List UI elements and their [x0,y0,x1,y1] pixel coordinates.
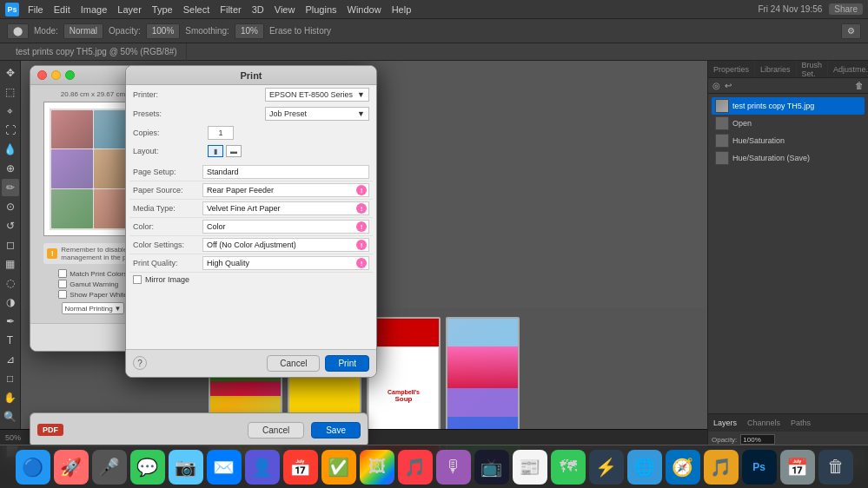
brush-tool[interactable]: ✏ [2,179,19,196]
printing-mode-select[interactable]: Normal Printing ▼ [62,302,123,314]
system-copies-input[interactable]: 1 [208,126,234,140]
dock-photos[interactable]: 🖼 [360,450,394,485]
dock-reminders[interactable]: ✅ [321,450,356,485]
system-presets-value[interactable]: Job Preset ▼ [265,107,369,121]
crop-tool[interactable]: ⛶ [2,122,19,139]
menu-items[interactable]: File Edit Image Layer Type Select Filter… [28,4,411,15]
toolbar-settings[interactable]: ⚙ [841,23,861,39]
smoothing-value[interactable]: 10% [235,23,264,39]
channels-tab[interactable]: Channels [742,414,785,432]
paper-white-checkbox[interactable] [58,290,67,299]
hand-tool[interactable]: ✋ [2,389,19,406]
menu-select[interactable]: Select [183,4,210,15]
select-tool[interactable]: ⬚ [2,83,19,101]
dock-messages[interactable]: 💬 [130,450,165,485]
delete-history-icon[interactable]: 🗑 [854,80,865,91]
new-snapshot-icon[interactable]: ◎ [712,80,721,91]
system-printer-value[interactable]: EPSON ET-8500 Series ▼ [265,88,369,102]
dock-facetime[interactable]: 📷 [169,450,203,485]
maximize-button[interactable] [65,70,75,80]
dock-chrome[interactable]: 🌐 [627,450,662,485]
history-item-2[interactable]: Hue/Saturation [712,132,865,149]
dock-shortcuts[interactable]: ⚡ [589,450,624,485]
menu-edit[interactable]: Edit [54,4,70,15]
system-media-value[interactable]: Velvet Fine Art Paper ! [202,201,369,215]
dock-trash[interactable]: 🗑 [818,450,853,485]
paths-tab[interactable]: Paths [785,414,816,432]
dock-podcasts[interactable]: 🎙 [436,450,471,485]
dock-news[interactable]: 📰 [513,450,547,485]
eyedropper-tool[interactable]: 💧 [2,141,19,158]
landscape-layout-icon[interactable]: ▬ [226,145,242,157]
dock-launchpad[interactable]: 🚀 [54,450,89,485]
libraries-tab[interactable]: Libraries [755,61,797,77]
eraser-tool[interactable]: ◻ [2,236,19,254]
history-item-3[interactable]: Hue/Saturation (Save) [712,149,865,167]
text-tool[interactable]: T [2,332,19,349]
menu-image[interactable]: Image [81,4,108,15]
menu-type[interactable]: Type [152,4,173,15]
minimize-button[interactable] [51,70,61,80]
paper-white-check[interactable]: Show Paper White [58,290,127,299]
system-color-settings-value[interactable]: Off (No Color Adjustment) ! [202,238,369,252]
dock-photoshop[interactable]: Ps [742,450,777,485]
match-colors-checkbox[interactable] [58,269,67,278]
dock-tv[interactable]: 📺 [474,450,509,485]
portrait-layout-icon[interactable]: ▮ [208,145,223,157]
gamut-warning-check[interactable]: Gamut Warning [58,280,127,288]
system-mirror-checkbox[interactable] [133,275,142,284]
dock-safari[interactable]: 🧭 [666,450,700,485]
menu-view[interactable]: View [275,4,295,15]
dock-contacts[interactable]: 👤 [245,450,280,485]
lasso-tool[interactable]: ⌖ [2,102,19,120]
history-back-icon[interactable]: ↩ [724,80,732,91]
system-print-button[interactable]: Print [325,355,369,372]
zoom-tool[interactable]: 🔍 [2,408,19,425]
adjustments-tab[interactable]: Adjustme. [828,61,868,77]
dock-calendar[interactable]: 📅 [283,450,318,485]
heal-tool[interactable]: ⊕ [2,160,19,177]
menu-window[interactable]: Window [348,4,381,15]
dock-music[interactable]: 🎵 [398,450,433,485]
system-page-setup-value[interactable]: Standard [202,165,369,179]
shape-tool[interactable]: □ [2,370,19,387]
match-colors-check[interactable]: Match Print Colors [58,269,127,278]
menu-filter[interactable]: Filter [220,4,241,15]
blur-tool[interactable]: ◌ [2,274,19,292]
pdf-cancel-button[interactable]: Cancel [248,422,304,439]
system-color-value[interactable]: Color ! [202,220,369,234]
dock-calendar-2[interactable]: 📅 [780,450,815,485]
move-tool[interactable]: ✥ [2,64,19,82]
history-item-1[interactable]: Open [712,115,865,132]
dock-mail[interactable]: ✉️ [207,450,242,485]
printing-mode-dropdown[interactable]: Normal Printing ▼ [62,302,123,314]
pdf-save-button[interactable]: Save [311,422,361,439]
file-tab[interactable]: test prints copy TH5.jpg @ 50% (RGB/8#) [7,43,187,61]
system-print-quality-value[interactable]: High Quality ! [202,256,369,270]
dock-finder[interactable]: 🔵 [16,450,50,485]
gradient-tool[interactable]: ▦ [2,255,19,273]
menu-file[interactable]: File [28,4,43,15]
clone-tool[interactable]: ⊙ [2,198,19,215]
path-tool[interactable]: ⊿ [2,351,19,368]
tool-brush-size[interactable]: ⬤ [7,23,29,39]
history-brush-tool[interactable]: ↺ [2,217,19,234]
layers-tab[interactable]: Layers [708,414,742,432]
layer-opacity-input[interactable]: 100% [740,434,775,445]
menu-3d[interactable]: 3D [252,4,264,15]
menu-help[interactable]: Help [392,4,412,15]
menu-layer[interactable]: Layer [117,4,142,15]
brush-settings-tab[interactable]: Brush Set. [797,61,829,77]
close-button[interactable] [37,70,47,80]
opacity-value[interactable]: 100% [146,23,181,39]
pen-tool[interactable]: ✒ [2,313,19,330]
share-button[interactable]: Share [829,3,863,15]
history-item-0[interactable]: test prints copy TH5.jpg [712,97,865,115]
dock-siri[interactable]: 🎤 [92,450,127,485]
mode-selector[interactable]: Normal [63,23,103,39]
dodge-tool[interactable]: ◑ [2,293,19,311]
gamut-warning-checkbox[interactable] [58,280,67,288]
help-button[interactable]: ? [133,356,147,370]
dock-spotify[interactable]: 🎵 [704,450,739,485]
menu-plugins[interactable]: Plugins [305,4,336,15]
